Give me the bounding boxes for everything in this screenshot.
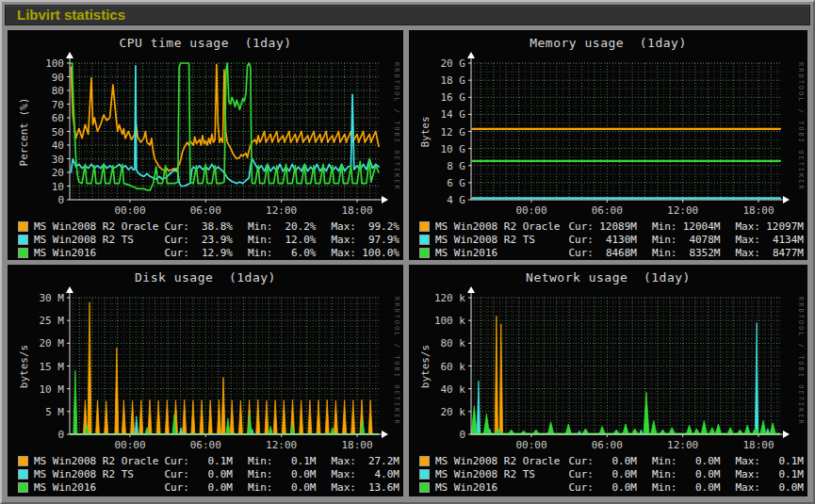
legend-series-name: MS Win2008 R2 Oracle — [435, 455, 563, 467]
disk-chart-title: Disk usage (1day) — [8, 270, 403, 285]
legend-series-name: MS Win2016 — [435, 481, 563, 494]
legend-series-name: MS Win2008 R2 TS — [34, 234, 159, 246]
legend-min-value: Min:12004M — [652, 220, 721, 233]
svg-text:18:00: 18:00 — [341, 439, 372, 451]
legend-color-swatch — [420, 483, 429, 492]
panel-network: 120 k100 k80 k60 k40 k20 k000:0006:0012:… — [409, 265, 807, 496]
svg-text:20: 20 — [52, 167, 64, 179]
legend-max-value: Max:8477M — [736, 247, 805, 259]
svg-text:40: 40 — [52, 139, 64, 152]
disk-y-axis-label: bytes/s — [18, 345, 30, 388]
svg-text:6 G: 6 G — [447, 177, 465, 189]
legend-cur-value: Cur:0.1M — [165, 455, 234, 467]
network-legend: MS Win2008 R2 OracleCur:0.0MMin:0.0MMax:… — [420, 454, 804, 494]
legend-row: MS Win2008 R2 OracleCur:0.1MMin:0.1MMax:… — [19, 454, 399, 467]
legend-color-swatch — [420, 236, 429, 244]
svg-text:8 G: 8 G — [447, 160, 465, 172]
svg-text:0: 0 — [459, 429, 465, 441]
legend-max-value: Max:0.0M — [736, 481, 805, 494]
svg-text:06:00: 06:00 — [592, 439, 623, 451]
legend-color-swatch — [19, 222, 27, 231]
legend-max-value: Max:0.1M — [736, 468, 805, 480]
disk-legend: MS Win2008 R2 OracleCur:0.1MMin:0.1MMax:… — [19, 454, 399, 494]
legend-cur-value: Cur:12.9% — [165, 247, 234, 259]
svg-text:80 k: 80 k — [441, 337, 466, 350]
legend-min-value: Min:0.0M — [652, 468, 721, 480]
legend-cur-value: Cur:38.8% — [165, 220, 234, 233]
svg-text:18:00: 18:00 — [742, 204, 774, 217]
window-title: Libvirt statistics — [6, 6, 809, 24]
svg-text:25 M: 25 M — [40, 315, 65, 327]
svg-text:00:00: 00:00 — [515, 204, 546, 217]
cpu-y-axis-label: Percent (%) — [18, 98, 30, 167]
legend-color-swatch — [19, 457, 27, 465]
legend-series-name: MS Win2016 — [34, 481, 159, 494]
svg-text:00:00: 00:00 — [515, 439, 546, 451]
svg-text:0: 0 — [57, 194, 64, 206]
memory-legend: MS Win2008 R2 OracleCur:12089MMin:12004M… — [420, 219, 804, 259]
legend-row: MS Win2008 R2 TSCur:4130MMin:4078MMax:41… — [420, 233, 804, 246]
legend-color-swatch — [19, 249, 27, 257]
legend-min-value: Min:12.0% — [248, 234, 317, 246]
legend-series-name: MS Win2008 R2 TS — [435, 468, 563, 480]
legend-max-value: Max:4.0M — [332, 468, 400, 480]
legend-row: MS Win2008 R2 TSCur:23.9%Min:12.0%Max:97… — [19, 233, 399, 246]
legend-cur-value: Cur:0.0M — [569, 468, 638, 480]
svg-text:00:00: 00:00 — [114, 439, 145, 451]
legend-min-value: Min:0.0M — [652, 481, 721, 494]
legend-cur-value: Cur:0.0M — [165, 481, 234, 494]
legend-color-swatch — [19, 236, 27, 244]
legend-min-value: Min:4078M — [652, 234, 721, 246]
svg-text:12:00: 12:00 — [266, 439, 297, 451]
svg-text:4 G: 4 G — [447, 194, 465, 206]
legend-min-value: Min:0.0M — [248, 481, 317, 494]
svg-text:120 k: 120 k — [434, 292, 465, 304]
legend-max-value: Max:13.6M — [332, 481, 400, 494]
svg-text:20 k: 20 k — [441, 406, 466, 418]
legend-color-swatch — [19, 483, 27, 492]
network-y-axis-label: bytes/s — [419, 345, 432, 388]
legend-cur-value: Cur:12089M — [569, 220, 638, 233]
panel-cpu: 100908070605040302010000:0006:0012:0018:… — [8, 30, 403, 260]
legend-max-value: Max:100.0% — [332, 247, 400, 259]
legend-row: MS Win2008 R2 TSCur:0.0MMin:0.0MMax:0.1M — [420, 467, 804, 480]
legend-row: MS Win2008 R2 TSCur:0.0MMin:0.0MMax:4.0M — [19, 467, 399, 480]
cpu-legend: MS Win2008 R2 OracleCur:38.8%Min:20.2%Ma… — [19, 219, 399, 259]
svg-text:10 M: 10 M — [40, 383, 65, 396]
legend-row: MS Win2016Cur:8468MMin:8352MMax:8477M — [420, 246, 804, 259]
legend-min-value: Min:0.0M — [652, 455, 721, 467]
svg-text:50: 50 — [52, 126, 64, 138]
legend-row: MS Win2016Cur:0.0MMin:0.0MMax:13.6M — [19, 480, 399, 494]
svg-text:20 G: 20 G — [441, 57, 466, 70]
svg-text:80: 80 — [52, 85, 64, 97]
legend-max-value: Max:99.2% — [332, 220, 400, 233]
legend-row: MS Win2008 R2 OracleCur:38.8%Min:20.2%Ma… — [19, 219, 399, 233]
legend-cur-value: Cur:0.0M — [569, 481, 638, 494]
svg-text:60 k: 60 k — [441, 361, 466, 373]
svg-text:70: 70 — [52, 99, 64, 111]
legend-cur-value: Cur:0.0M — [569, 455, 638, 467]
svg-text:06:00: 06:00 — [190, 439, 221, 451]
legend-cur-value: Cur:23.9% — [165, 234, 234, 246]
svg-text:10 G: 10 G — [441, 143, 466, 155]
legend-cur-value: Cur:4130M — [569, 234, 638, 246]
svg-text:06:00: 06:00 — [190, 204, 221, 217]
legend-min-value: Min:0.1M — [248, 455, 317, 467]
svg-text:12:00: 12:00 — [667, 439, 698, 451]
legend-max-value: Max:4134M — [736, 234, 805, 246]
legend-max-value: Max:27.2M — [332, 455, 400, 467]
svg-text:30 M: 30 M — [40, 292, 65, 304]
svg-text:90: 90 — [52, 72, 64, 84]
legend-max-value: Max:0.1M — [736, 455, 805, 467]
svg-text:18 G: 18 G — [441, 74, 466, 87]
legend-row: MS Win2016Cur:0.0MMin:0.0MMax:0.0M — [420, 480, 804, 494]
svg-text:0: 0 — [57, 429, 64, 441]
panel-memory: 20 G18 G16 G14 G12 G10 G8 G6 G4 G00:0006… — [409, 30, 807, 260]
legend-series-name: MS Win2008 R2 TS — [435, 234, 563, 246]
legend-series-name: MS Win2008 R2 Oracle — [34, 220, 159, 233]
panel-disk: 30 M25 M20 M15 M10 M5 M000:0006:0012:001… — [8, 265, 403, 496]
legend-row: MS Win2016Cur:12.9%Min:6.0%Max:100.0% — [19, 246, 399, 259]
rrdtool-watermark: RRDTOOL / TOBI OETIKER — [393, 297, 400, 426]
legend-color-swatch — [420, 470, 429, 479]
legend-max-value: Max:97.9% — [332, 234, 400, 246]
